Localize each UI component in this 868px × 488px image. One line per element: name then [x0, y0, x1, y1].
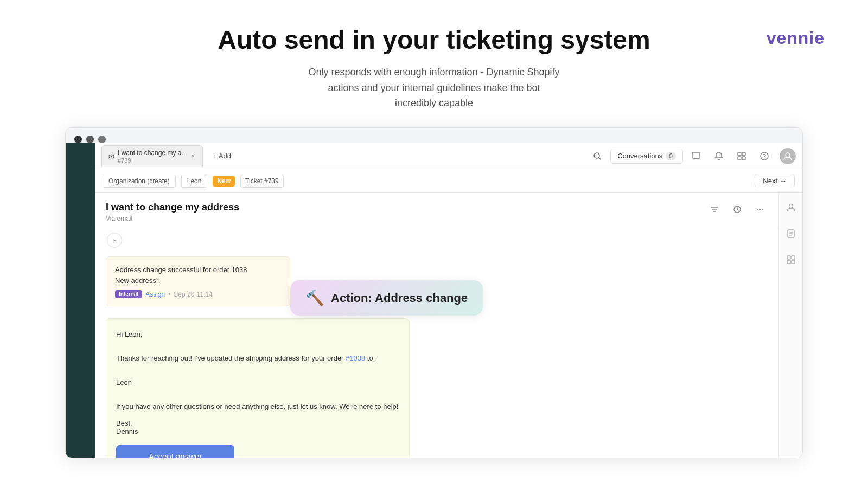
chat-icon-btn[interactable]	[688, 149, 704, 164]
svg-rect-21	[787, 260, 790, 264]
browser-chrome	[66, 128, 802, 143]
svg-rect-6	[742, 157, 745, 160]
svg-rect-19	[787, 256, 790, 259]
internal-message: Address change successful for order 1038…	[106, 256, 290, 306]
status-badge: New	[213, 176, 235, 187]
person-icon-btn[interactable]	[783, 200, 799, 216]
right-sidebar	[778, 193, 802, 458]
messages-area: Address change successful for order 1038…	[95, 248, 778, 458]
svg-point-13	[762, 209, 763, 210]
reply-bubble: Hi Leon, Thanks for reaching out! I've u…	[106, 318, 410, 458]
expand-button[interactable]: ›	[107, 233, 122, 248]
conversations-count: 0	[666, 152, 676, 160]
tab-title-lines: I want to change my a... #739	[118, 149, 187, 164]
internal-meta: Internal Assign • Sep 20 11:14	[115, 290, 281, 298]
assign-link[interactable]: Assign	[145, 291, 165, 298]
ticket-title-block: I want to change my address Via email	[106, 202, 239, 222]
ticket-bar: Organization (create) Leon New Ticket #7…	[95, 169, 802, 193]
order-link[interactable]: #1038	[346, 354, 365, 362]
conversations-button[interactable]: Conversations 0	[610, 149, 683, 164]
internal-badge: Internal	[115, 290, 142, 298]
search-button[interactable]	[590, 149, 605, 164]
conversations-label: Conversations	[617, 152, 662, 160]
ticket-number: Ticket #739	[240, 175, 284, 188]
grid-icon-btn[interactable]	[734, 149, 749, 164]
action-tooltip-text: Action: Address change	[331, 291, 468, 305]
tab-sub-text: #739	[118, 157, 187, 164]
history-icon-btn[interactable]	[730, 202, 745, 217]
svg-rect-4	[742, 152, 745, 156]
tab-item[interactable]: ✉ I want to change my a... #739 ×	[101, 145, 203, 167]
page-title: Auto send in your ticketing system	[11, 26, 857, 55]
filter-icon-btn[interactable]	[707, 202, 722, 217]
ticket-title-text: I want to change my address	[106, 202, 239, 213]
svg-line-1	[599, 158, 601, 159]
ticket-via: Via email	[106, 215, 239, 222]
action-tooltip: 🔨 Action: Address change	[290, 280, 483, 316]
svg-rect-20	[792, 256, 795, 259]
svg-point-11	[757, 209, 758, 210]
ticket-content: I want to change my address Via email	[95, 193, 802, 458]
window-dot-red[interactable]	[74, 136, 82, 143]
next-button[interactable]: Next →	[755, 174, 795, 188]
svg-rect-5	[738, 157, 741, 160]
window-dot-yellow[interactable]	[86, 136, 94, 143]
ticket-header: I want to change my address Via email	[95, 193, 778, 228]
top-bar: ✉ I want to change my a... #739 × + Add	[95, 143, 802, 169]
svg-rect-3	[738, 152, 741, 156]
page-header: Auto send in your ticketing system Only …	[0, 0, 868, 127]
svg-point-12	[760, 209, 761, 210]
meta-timestamp: Sep 20 11:14	[174, 291, 212, 298]
svg-point-9	[786, 153, 790, 157]
tab-main-text: I want to change my a...	[118, 149, 187, 157]
bell-icon-btn[interactable]	[711, 149, 726, 164]
brand-logo: vennie	[767, 28, 825, 48]
accept-answer-button[interactable]: Accept answer	[116, 445, 234, 458]
help-icon-btn[interactable]: ?	[757, 149, 772, 164]
apps-icon-btn[interactable]	[783, 252, 799, 268]
svg-text:?: ?	[763, 153, 767, 159]
ticket-main: I want to change my address Via email	[95, 193, 778, 458]
reply-signature: Best, Dennis	[116, 419, 399, 435]
app-container: ✉ I want to change my a... #739 × + Add	[66, 143, 802, 458]
ticket-header-icons	[707, 202, 768, 217]
top-bar-icons: ?	[688, 148, 796, 164]
svg-rect-22	[792, 260, 795, 264]
meta-separator: •	[168, 291, 170, 298]
window-dot-green[interactable]	[98, 136, 106, 143]
page-subtitle: Only responds with enough information - …	[11, 65, 857, 111]
action-hammer-icon: 🔨	[305, 289, 324, 307]
expand-area: ›	[95, 228, 778, 248]
org-tag[interactable]: Organization (create)	[103, 175, 176, 188]
browser-window: ✉ I want to change my a... #739 × + Add	[65, 127, 803, 458]
user-avatar[interactable]	[780, 148, 796, 164]
svg-rect-2	[692, 152, 700, 158]
top-bar-right: Conversations 0	[590, 148, 796, 164]
tab-close-icon[interactable]: ×	[190, 151, 196, 161]
reply-text: Hi Leon, Thanks for reaching out! I've u…	[116, 329, 399, 413]
left-sidebar	[66, 143, 95, 458]
main-content: ✉ I want to change my a... #739 × + Add	[95, 143, 802, 458]
user-tag[interactable]: Leon	[181, 175, 208, 188]
svg-point-14	[789, 204, 793, 208]
add-tab-button[interactable]: + Add	[207, 149, 237, 163]
email-icon: ✉	[108, 152, 114, 160]
more-icon-btn[interactable]	[752, 202, 768, 217]
book-icon-btn[interactable]	[783, 226, 799, 242]
internal-bubble-text: Address change successful for order 1038…	[115, 265, 281, 286]
